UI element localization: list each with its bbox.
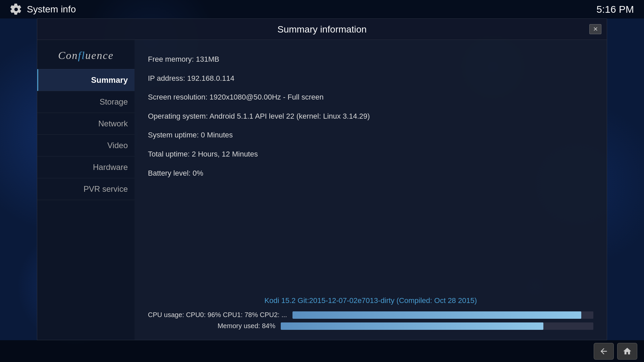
cpu-usage-label: CPU usage: CPU0: 96% CPU1: 78% CPU2: ...	[148, 311, 287, 319]
top-bar-left: System info	[10, 3, 76, 15]
cpu-usage-row: CPU usage: CPU0: 96% CPU1: 78% CPU2: ...	[148, 311, 593, 319]
back-button[interactable]	[594, 343, 614, 360]
gear-icon	[10, 3, 22, 15]
sidebar-item-network[interactable]: Network	[37, 113, 135, 134]
home-icon	[623, 347, 632, 356]
app-logo: Confluence	[58, 49, 114, 62]
sidebar: Confluence Summary Storage Network Video…	[37, 40, 135, 340]
cpu-progress-bar-bg	[292, 311, 593, 319]
logo-area: Confluence	[37, 43, 135, 69]
window-title-bar: Summary information ✕	[37, 19, 607, 40]
top-bar: System info 5:16 PM	[0, 0, 644, 18]
info-row-battery: Battery level: 0%	[148, 164, 593, 183]
window-title: Summary information	[277, 24, 367, 35]
bottom-info: Kodi 15.2 Git:2015-12-07-02e7013-dirty (…	[148, 293, 593, 333]
memory-progress-bar-fill	[281, 322, 543, 330]
kodi-version: Kodi 15.2 Git:2015-12-07-02e7013-dirty (…	[148, 296, 593, 305]
info-row-resolution: Screen resolution: 644x362@50.00Hz - F…	[148, 88, 593, 107]
memory-usage-row: Memory used: 84%	[148, 322, 593, 330]
cpu-progress-bar-fill	[292, 311, 581, 319]
bottom-bar	[0, 340, 644, 362]
sidebar-item-hardware[interactable]: Hardware	[37, 156, 135, 178]
info-row-os: Operating system: Android 5.1.1 API leve…	[148, 107, 593, 126]
clock: 5:16 PM	[596, 4, 634, 15]
memory-usage-label: Memory used: 84%	[148, 322, 275, 330]
info-row-memory: Free memory: 131MB	[148, 50, 593, 69]
sidebar-item-pvr[interactable]: PVR service	[37, 178, 135, 200]
memory-progress-bar-bg	[281, 322, 593, 330]
home-button[interactable]	[617, 343, 637, 360]
info-row-total-uptime: Total uptime: 2 Hours, 12 Minutes	[148, 145, 593, 164]
sidebar-item-summary[interactable]: Summary	[37, 69, 135, 91]
page-title: System info	[27, 4, 76, 15]
info-row-uptime: System uptime: 0 Minutes	[148, 126, 593, 145]
info-row-ip: IP address: 192.168.0.114	[148, 69, 593, 88]
sidebar-item-video[interactable]: Video	[37, 134, 135, 156]
sidebar-item-storage[interactable]: Storage	[37, 91, 135, 113]
info-list: Free memory: 131MB IP address: 192.168.0…	[148, 50, 593, 183]
window-body: Confluence Summary Storage Network Video…	[37, 40, 607, 340]
back-icon	[599, 347, 608, 356]
main-window: Summary information ✕ Confluence Summary…	[37, 18, 607, 340]
content-area: Free memory: 131MB IP address: 192.168.0…	[135, 40, 607, 340]
close-button[interactable]: ✕	[589, 24, 601, 34]
